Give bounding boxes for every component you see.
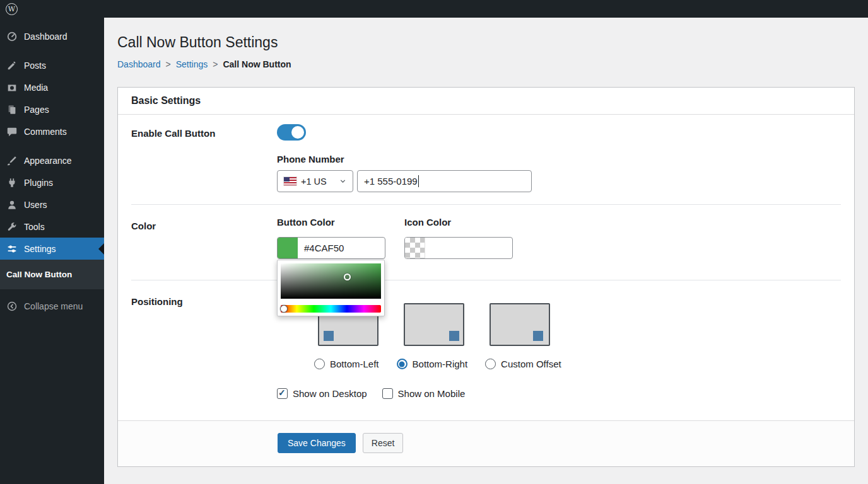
button-color-group: Button Color #4CAF50: [277, 217, 385, 259]
breadcrumb-settings-link[interactable]: Settings: [176, 59, 208, 69]
phone-number-input[interactable]: +1 555-0199: [357, 170, 532, 192]
checkbox-label: Show on Mobile: [398, 388, 466, 399]
sidebar-item-label: Comments: [24, 127, 67, 137]
appearance-icon: [6, 155, 18, 166]
button-color-input[interactable]: #4CAF50: [277, 237, 385, 259]
radio-bottom-right[interactable]: Bottom-Right: [397, 359, 468, 369]
radio-label: Custom Offset: [501, 359, 561, 369]
icon-color-input[interactable]: [404, 237, 513, 259]
radio-icon: [314, 359, 325, 369]
hue-slider[interactable]: [281, 305, 381, 313]
sidebar-item-media[interactable]: Media: [0, 76, 104, 98]
positioning-row: Positioning: [131, 292, 841, 399]
tools-icon: [6, 221, 18, 233]
sidebar-item-label: Tools: [24, 222, 45, 232]
color-picker-popup: [277, 260, 385, 316]
reset-button[interactable]: Reset: [363, 433, 404, 453]
collapse-menu-button[interactable]: Collapse menu: [0, 294, 104, 318]
icon-color-swatch: [405, 238, 425, 258]
checkbox-show-on-mobile[interactable]: Show on Mobile: [382, 388, 466, 399]
position-previews: [318, 292, 841, 346]
sidebar-item-label: Settings: [24, 244, 56, 254]
sidebar-item-label: Appearance: [24, 156, 72, 166]
country-code-value: +1 US: [301, 176, 327, 187]
checkbox-show-on-desktop[interactable]: Show on Desktop: [277, 388, 367, 399]
chevron-down-icon: [339, 177, 347, 185]
enable-field: Phone Number +1 US +1 555-0199: [277, 124, 841, 192]
saturation-cursor[interactable]: [344, 274, 351, 280]
us-flag-icon: [284, 177, 296, 185]
sidebar-item-label: Plugins: [24, 178, 53, 188]
active-item-arrow: [98, 243, 104, 255]
checkbox-label: Show on Desktop: [293, 388, 367, 399]
position-marker: [324, 331, 334, 341]
pages-icon: [6, 104, 18, 115]
breadcrumb-current: Call Now Button: [223, 59, 291, 69]
icon-color-group: Icon Color: [404, 217, 513, 259]
posts-icon: [6, 60, 18, 71]
save-changes-button[interactable]: Save Changes: [278, 433, 356, 453]
collapse-menu-label: Collapse menu: [24, 301, 83, 311]
admin-bar: W: [0, 0, 868, 18]
color-row: Color Button Color #4CAF50: [131, 217, 841, 259]
sidebar-separator: [0, 142, 104, 149]
enable-toggle[interactable]: [277, 124, 306, 141]
users-icon: [6, 199, 18, 210]
positioning-label: Positioning: [131, 292, 277, 307]
sidebar-item-settings[interactable]: Settings: [0, 238, 104, 260]
enable-label: Enable Call Button: [131, 124, 277, 139]
divider: [131, 280, 841, 280]
dashboard-icon: [6, 31, 18, 42]
visibility-checkbox-row: Show on Desktop Show on Mobile: [277, 388, 841, 399]
sidebar-item-label: Pages: [24, 105, 49, 115]
breadcrumb: Dashboard > Settings > Call Now Button: [117, 59, 855, 69]
card-header: Basic Settings: [118, 88, 854, 115]
sidebar-item-tools[interactable]: Tools: [0, 216, 104, 238]
sidebar-item-plugins[interactable]: Plugins: [0, 171, 104, 193]
radio-label: Bottom-Left: [330, 359, 379, 369]
saturation-area[interactable]: [281, 263, 381, 299]
hue-cursor[interactable]: [280, 305, 288, 313]
sidebar-item-posts[interactable]: Posts: [0, 54, 104, 76]
radio-icon: [485, 359, 496, 369]
collapse-arrow-icon: [6, 301, 18, 312]
breadcrumb-dashboard-link[interactable]: Dashboard: [117, 59, 161, 69]
sidebar-item-dashboard[interactable]: Dashboard: [0, 25, 104, 47]
media-icon: [6, 82, 18, 93]
position-radio-row: Bottom-Left Bottom-Right Custom Offset: [314, 359, 841, 369]
icon-color-label: Icon Color: [404, 217, 513, 228]
preview-custom-offset[interactable]: [490, 303, 550, 346]
submenu-item-call-now-button[interactable]: Call Now Button: [0, 263, 104, 285]
divider: [131, 204, 841, 205]
country-code-select[interactable]: +1 US: [277, 170, 353, 192]
sidebar-item-comments[interactable]: Comments: [0, 120, 104, 142]
icon-color-value: [425, 238, 438, 258]
phone-number-label: Phone Number: [277, 154, 841, 165]
sidebar-item-appearance[interactable]: Appearance: [0, 149, 104, 171]
position-marker: [533, 331, 543, 341]
page-title: Call Now Button Settings: [117, 33, 855, 52]
phone-controls: +1 US +1 555-0199: [277, 170, 841, 192]
button-color-value: #4CAF50: [298, 238, 350, 258]
radio-bottom-left[interactable]: Bottom-Left: [314, 359, 379, 369]
card-footer: Save Changes Reset: [118, 420, 854, 466]
preview-bottom-right[interactable]: [404, 303, 464, 346]
sidebar-item-label: Users: [24, 200, 47, 210]
plugins-icon: [6, 177, 18, 188]
sidebar-item-label: Dashboard: [24, 32, 67, 42]
sidebar-item-label: Media: [24, 83, 48, 93]
settings-icon: [6, 243, 18, 255]
phone-number-value: +1 555-0199: [364, 176, 418, 187]
card-body: Enable Call Button Phone Number +1 US +1…: [118, 115, 854, 420]
sidebar-item-label: Posts: [24, 60, 46, 71]
radio-custom-offset[interactable]: Custom Offset: [485, 359, 561, 369]
checkbox-icon: [277, 388, 288, 399]
breadcrumb-separator: >: [166, 59, 171, 69]
checkbox-icon: [382, 388, 393, 399]
sidebar-item-users[interactable]: Users: [0, 193, 104, 216]
position-marker: [449, 331, 459, 341]
wordpress-logo-icon[interactable]: W: [6, 3, 18, 15]
settings-submenu: Call Now Button: [0, 260, 104, 289]
main-content: Call Now Button Settings Dashboard > Set…: [104, 18, 868, 484]
sidebar-item-pages[interactable]: Pages: [0, 98, 104, 120]
